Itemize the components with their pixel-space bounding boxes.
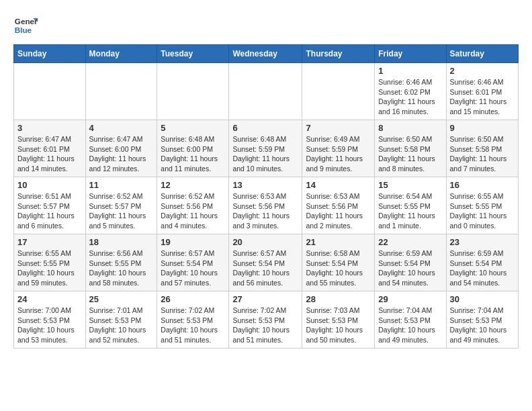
logo-icon: General Blue [13, 13, 38, 38]
day-cell: 27Sunrise: 7:02 AM Sunset: 5:53 PM Dayli… [229, 291, 302, 349]
day-number: 1 [378, 66, 442, 76]
day-header-thursday: Thursday [302, 45, 375, 63]
day-number: 15 [378, 180, 442, 190]
day-info: Sunrise: 6:48 AM Sunset: 6:00 PM Dayligh… [161, 134, 225, 174]
day-number: 11 [89, 180, 154, 190]
day-info: Sunrise: 6:53 AM Sunset: 5:56 PM Dayligh… [232, 191, 298, 231]
day-info: Sunrise: 7:04 AM Sunset: 5:53 PM Dayligh… [378, 306, 442, 345]
day-cell: 18Sunrise: 6:56 AM Sunset: 5:55 PM Dayli… [85, 234, 157, 291]
day-info: Sunrise: 6:52 AM Sunset: 5:57 PM Dayligh… [89, 191, 154, 231]
day-cell: 25Sunrise: 7:01 AM Sunset: 5:53 PM Dayli… [85, 291, 157, 349]
day-info: Sunrise: 6:57 AM Sunset: 5:54 PM Dayligh… [232, 248, 298, 288]
day-info: Sunrise: 6:51 AM Sunset: 5:57 PM Dayligh… [17, 191, 82, 231]
day-info: Sunrise: 7:03 AM Sunset: 5:53 PM Dayligh… [306, 306, 371, 345]
day-number: 20 [232, 237, 298, 247]
day-cell: 21Sunrise: 6:58 AM Sunset: 5:54 PM Dayli… [302, 234, 375, 291]
day-info: Sunrise: 6:58 AM Sunset: 5:54 PM Dayligh… [306, 248, 371, 288]
day-number: 21 [306, 237, 371, 247]
week-row-4: 17Sunrise: 6:55 AM Sunset: 5:55 PM Dayli… [14, 234, 519, 291]
day-cell: 12Sunrise: 6:52 AM Sunset: 5:56 PM Dayli… [157, 177, 229, 234]
logo: General Blue [13, 13, 38, 38]
calendar-table: SundayMondayTuesdayWednesdayThursdayFrid… [13, 44, 519, 349]
day-cell: 26Sunrise: 7:02 AM Sunset: 5:53 PM Dayli… [157, 291, 229, 349]
day-number: 9 [450, 123, 515, 133]
day-cell: 3Sunrise: 6:47 AM Sunset: 6:01 PM Daylig… [14, 120, 86, 177]
day-number: 23 [450, 237, 515, 247]
day-number: 5 [161, 123, 225, 133]
day-number: 12 [161, 180, 225, 190]
week-row-1: 1Sunrise: 6:46 AM Sunset: 6:02 PM Daylig… [14, 63, 519, 120]
day-number: 4 [89, 123, 154, 133]
day-number: 25 [89, 294, 154, 304]
day-number: 2 [450, 66, 515, 76]
day-number: 13 [232, 180, 298, 190]
day-number: 3 [17, 123, 82, 133]
day-number: 6 [232, 123, 298, 133]
day-header-monday: Monday [85, 45, 157, 63]
day-number: 24 [17, 294, 82, 304]
day-number: 17 [17, 237, 82, 247]
day-info: Sunrise: 7:02 AM Sunset: 5:53 PM Dayligh… [161, 306, 225, 345]
day-header-tuesday: Tuesday [157, 45, 229, 63]
day-number: 7 [306, 123, 371, 133]
day-cell: 5Sunrise: 6:48 AM Sunset: 6:00 PM Daylig… [157, 120, 229, 177]
day-number: 14 [306, 180, 371, 190]
day-info: Sunrise: 6:55 AM Sunset: 5:55 PM Dayligh… [17, 248, 82, 288]
day-number: 30 [450, 294, 515, 304]
week-row-2: 3Sunrise: 6:47 AM Sunset: 6:01 PM Daylig… [14, 120, 519, 177]
week-row-3: 10Sunrise: 6:51 AM Sunset: 5:57 PM Dayli… [14, 177, 519, 234]
day-info: Sunrise: 6:59 AM Sunset: 5:54 PM Dayligh… [450, 248, 515, 288]
day-number: 22 [378, 237, 442, 247]
day-cell: 20Sunrise: 6:57 AM Sunset: 5:54 PM Dayli… [229, 234, 302, 291]
day-number: 10 [17, 180, 82, 190]
day-header-wednesday: Wednesday [229, 45, 302, 63]
day-cell: 2Sunrise: 6:46 AM Sunset: 6:01 PM Daylig… [446, 63, 519, 120]
day-info: Sunrise: 6:53 AM Sunset: 5:56 PM Dayligh… [306, 191, 371, 231]
day-cell: 23Sunrise: 6:59 AM Sunset: 5:54 PM Dayli… [446, 234, 519, 291]
day-cell: 14Sunrise: 6:53 AM Sunset: 5:56 PM Dayli… [302, 177, 375, 234]
day-info: Sunrise: 6:50 AM Sunset: 5:58 PM Dayligh… [378, 134, 442, 174]
day-cell: 10Sunrise: 6:51 AM Sunset: 5:57 PM Dayli… [14, 177, 86, 234]
day-number: 19 [161, 237, 225, 247]
day-cell: 16Sunrise: 6:55 AM Sunset: 5:55 PM Dayli… [446, 177, 519, 234]
svg-text:General: General [15, 17, 38, 26]
day-cell: 29Sunrise: 7:04 AM Sunset: 5:53 PM Dayli… [375, 291, 446, 349]
day-info: Sunrise: 6:49 AM Sunset: 5:59 PM Dayligh… [306, 134, 371, 174]
day-info: Sunrise: 6:48 AM Sunset: 5:59 PM Dayligh… [232, 134, 298, 174]
day-number: 28 [306, 294, 371, 304]
day-cell: 28Sunrise: 7:03 AM Sunset: 5:53 PM Dayli… [302, 291, 375, 349]
day-info: Sunrise: 6:47 AM Sunset: 6:00 PM Dayligh… [89, 134, 154, 174]
day-number: 29 [378, 294, 442, 304]
day-cell: 4Sunrise: 6:47 AM Sunset: 6:00 PM Daylig… [85, 120, 157, 177]
day-cell: 13Sunrise: 6:53 AM Sunset: 5:56 PM Dayli… [229, 177, 302, 234]
day-cell [14, 63, 86, 120]
day-info: Sunrise: 6:54 AM Sunset: 5:55 PM Dayligh… [378, 191, 442, 231]
day-header-saturday: Saturday [446, 45, 519, 63]
day-cell [302, 63, 375, 120]
page-header: General Blue [13, 13, 519, 38]
day-info: Sunrise: 6:46 AM Sunset: 6:02 PM Dayligh… [378, 77, 442, 117]
day-cell: 30Sunrise: 7:04 AM Sunset: 5:53 PM Dayli… [446, 291, 519, 349]
day-number: 18 [89, 237, 154, 247]
day-cell: 24Sunrise: 7:00 AM Sunset: 5:53 PM Dayli… [14, 291, 86, 349]
svg-text:Blue: Blue [15, 26, 32, 34]
day-info: Sunrise: 6:46 AM Sunset: 6:01 PM Dayligh… [450, 77, 515, 117]
day-cell [229, 63, 302, 120]
day-header-sunday: Sunday [14, 45, 86, 63]
day-number: 16 [450, 180, 515, 190]
week-row-5: 24Sunrise: 7:00 AM Sunset: 5:53 PM Dayli… [14, 291, 519, 349]
day-cell: 22Sunrise: 6:59 AM Sunset: 5:54 PM Dayli… [375, 234, 446, 291]
day-info: Sunrise: 6:52 AM Sunset: 5:56 PM Dayligh… [161, 191, 225, 231]
header-row: SundayMondayTuesdayWednesdayThursdayFrid… [14, 45, 519, 63]
day-cell [85, 63, 157, 120]
day-cell: 8Sunrise: 6:50 AM Sunset: 5:58 PM Daylig… [375, 120, 446, 177]
day-info: Sunrise: 6:57 AM Sunset: 5:54 PM Dayligh… [161, 248, 225, 288]
day-header-friday: Friday [375, 45, 446, 63]
day-number: 27 [232, 294, 298, 304]
day-info: Sunrise: 7:00 AM Sunset: 5:53 PM Dayligh… [17, 306, 82, 345]
day-info: Sunrise: 6:59 AM Sunset: 5:54 PM Dayligh… [378, 248, 442, 288]
day-info: Sunrise: 7:02 AM Sunset: 5:53 PM Dayligh… [232, 306, 298, 345]
day-cell: 11Sunrise: 6:52 AM Sunset: 5:57 PM Dayli… [85, 177, 157, 234]
day-number: 26 [161, 294, 225, 304]
day-cell: 7Sunrise: 6:49 AM Sunset: 5:59 PM Daylig… [302, 120, 375, 177]
